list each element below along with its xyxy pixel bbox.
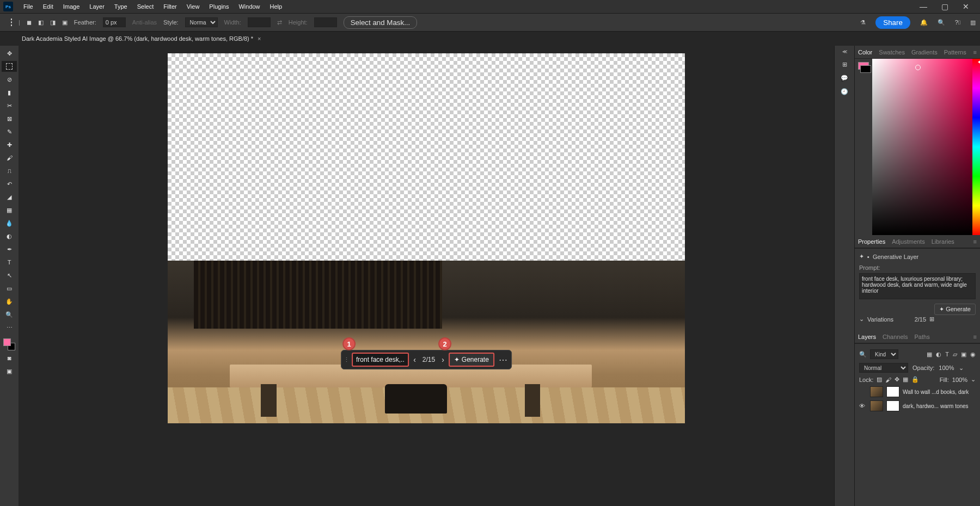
add-selection-icon[interactable]: ◧ — [38, 19, 44, 26]
subtract-selection-icon[interactable]: ◨ — [50, 19, 56, 26]
share-button[interactable]: Share — [875, 16, 910, 29]
lock-artboard-icon[interactable]: ▦ — [903, 376, 908, 383]
menu-view[interactable]: View — [182, 3, 205, 10]
color-swatches-tool[interactable] — [3, 338, 15, 350]
color-cursor[interactable] — [915, 65, 921, 70]
more-options-icon[interactable]: ⋯ — [497, 353, 509, 367]
tab-color[interactable]: Color — [858, 49, 872, 55]
intersect-selection-icon[interactable]: ▣ — [62, 19, 68, 26]
clone-tool[interactable]: ⎍ — [2, 165, 17, 176]
color-field[interactable] — [872, 59, 972, 235]
chevron-down-icon[interactable]: ⌄ — [971, 376, 976, 383]
lock-all-icon[interactable]: 🔒 — [911, 376, 919, 383]
canvas-area[interactable]: 1 2 ⋮ ‹ 2/15 › ✦ Generate ⋯ — [19, 46, 834, 506]
filter-smart-icon[interactable]: ▣ — [961, 351, 966, 358]
panel-icon-brushes[interactable]: ⊞ — [842, 61, 847, 68]
swap-icon[interactable]: ⇄ — [277, 19, 282, 26]
hand-tool[interactable]: ✋ — [2, 296, 17, 307]
properties-generate-button[interactable]: ✦ Generate — [934, 304, 976, 315]
blend-mode-select[interactable]: Normal — [859, 363, 908, 373]
feather-input[interactable] — [103, 17, 126, 27]
foreground-swatch[interactable] — [3, 338, 11, 346]
filter-pixel-icon[interactable]: ▦ — [927, 351, 932, 358]
bg-color-swatch[interactable] — [860, 65, 871, 73]
opacity-value[interactable]: 100% — [939, 365, 954, 371]
menu-layer[interactable]: Layer — [84, 3, 109, 10]
layer-name[interactable]: dark, hardwo... warm tones — [903, 403, 976, 409]
prev-variation-button[interactable]: ‹ — [411, 354, 418, 365]
next-variation-button[interactable]: › — [439, 354, 446, 365]
close-tab-icon[interactable]: × — [258, 35, 261, 42]
tab-paths[interactable]: Paths — [915, 334, 930, 340]
lock-position-icon[interactable]: ✥ — [895, 376, 899, 383]
chevron-down-icon[interactable]: ⌄ — [859, 316, 864, 323]
lock-brush-icon[interactable]: 🖌 — [885, 377, 891, 383]
rectangle-tool[interactable]: ▭ — [2, 283, 17, 294]
collapse-arrows-icon[interactable]: ≪ — [842, 49, 847, 54]
search-icon[interactable]: 🔍 — [938, 19, 945, 26]
visibility-icon[interactable]: 👁 — [859, 403, 867, 409]
quick-mask-tool[interactable]: ◙ — [2, 353, 17, 363]
layer-row[interactable]: 👁 dark, hardwo... warm tones — [859, 399, 976, 413]
bell-icon[interactable]: 🔔 — [920, 19, 928, 26]
help-icon[interactable]: ?⃝ — [955, 19, 960, 26]
menu-select[interactable]: Select — [132, 3, 159, 10]
history-brush-tool[interactable]: ↶ — [2, 178, 17, 189]
pen-tool[interactable]: ✒ — [2, 244, 17, 255]
mask-thumbnail[interactable] — [886, 400, 899, 411]
panel-icon-history[interactable]: 🕘 — [841, 88, 848, 95]
type-tool[interactable]: T — [2, 257, 17, 268]
gradient-tool[interactable]: ▦ — [2, 205, 17, 215]
chevron-down-icon[interactable]: ⌄ — [959, 365, 964, 372]
frame-tool[interactable]: ⊠ — [2, 113, 17, 124]
tab-layers[interactable]: Layers — [858, 334, 876, 340]
search-icon[interactable]: 🔍 — [859, 351, 867, 358]
layer-filter-select[interactable]: Kind — [870, 349, 898, 359]
tab-patterns[interactable]: Patterns — [944, 49, 966, 55]
blur-tool[interactable]: 💧 — [2, 218, 17, 229]
panel-menu-icon[interactable]: ≡ — [973, 238, 977, 245]
tab-adjustments[interactable]: Adjustments — [892, 238, 925, 245]
document-tab[interactable]: Dark Academia Styled AI Image @ 66.7% (d… — [22, 35, 261, 42]
tab-libraries[interactable]: Libraries — [932, 238, 954, 245]
move-tool[interactable]: ✥ — [2, 48, 17, 59]
lasso-tool[interactable]: ⊘ — [2, 74, 17, 85]
screen-mode-tool[interactable]: ▣ — [2, 366, 17, 377]
object-select-tool[interactable]: ▮ — [2, 87, 17, 98]
filter-adjustment-icon[interactable]: ◐ — [936, 351, 941, 358]
close-icon[interactable]: ✕ — [963, 2, 969, 11]
menu-image[interactable]: Image — [58, 3, 85, 10]
grid-icon[interactable]: ⊞ — [929, 316, 934, 323]
hue-slider[interactable] — [972, 59, 980, 235]
workspace-icon[interactable]: ▥ — [970, 19, 976, 26]
layer-thumbnail[interactable] — [870, 386, 883, 397]
maximize-icon[interactable]: ▢ — [941, 2, 948, 11]
zoom-tool[interactable]: 🔍 — [2, 309, 17, 320]
tab-gradients[interactable]: Gradients — [911, 49, 938, 55]
menu-file[interactable]: File — [19, 3, 38, 10]
fill-value[interactable]: 100% — [952, 377, 967, 383]
layer-thumbnail[interactable] — [870, 400, 883, 411]
minimize-icon[interactable]: — — [920, 2, 927, 11]
generative-prompt-input[interactable] — [352, 353, 409, 367]
brush-tool[interactable]: 🖌 — [2, 152, 17, 163]
eraser-tool[interactable]: ◢ — [2, 192, 17, 202]
more-tools[interactable]: ⋯ — [2, 322, 17, 333]
path-tool[interactable]: ↖ — [2, 270, 17, 281]
filter-type-icon[interactable]: T — [945, 351, 949, 358]
menu-plugins[interactable]: Plugins — [204, 3, 234, 10]
hue-handle[interactable] — [978, 60, 980, 64]
tab-swatches[interactable]: Swatches — [879, 49, 905, 55]
marquee-tool[interactable] — [2, 61, 17, 72]
panel-menu-icon[interactable]: ≡ — [973, 49, 977, 55]
menu-filter[interactable]: Filter — [158, 3, 181, 10]
healing-tool[interactable]: ✚ — [2, 139, 17, 150]
dodge-tool[interactable]: ◐ — [2, 231, 17, 242]
mask-thumbnail[interactable] — [886, 386, 899, 397]
style-select[interactable]: Normal — [185, 17, 218, 27]
lock-transparent-icon[interactable]: ▨ — [877, 376, 882, 383]
panel-menu-icon[interactable]: ≡ — [973, 334, 977, 340]
menu-edit[interactable]: Edit — [38, 3, 58, 10]
layer-row[interactable]: Wall to wall ...d books, dark — [859, 385, 976, 399]
eyedropper-tool[interactable]: ✎ — [2, 126, 17, 137]
